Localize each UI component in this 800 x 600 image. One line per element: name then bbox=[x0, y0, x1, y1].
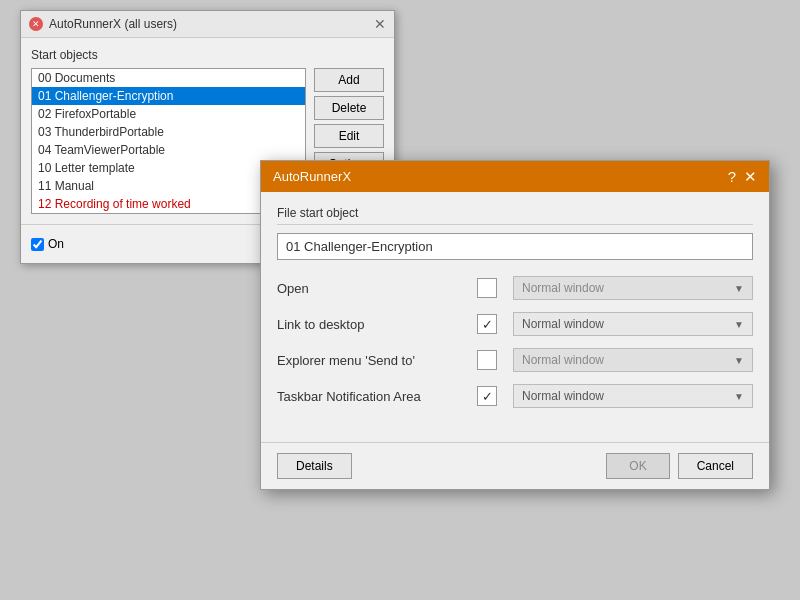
dialog-section-label: File start object bbox=[277, 206, 753, 225]
list-item[interactable]: 03 ThunderbirdPortable bbox=[32, 123, 305, 141]
option-checkbox-explorer-menu[interactable] bbox=[477, 350, 497, 370]
list-item[interactable]: 01 Challenger-Encryption bbox=[32, 87, 305, 105]
option-dropdown-open[interactable]: Normal window ▼ bbox=[513, 276, 753, 300]
dropdown-value-link-to-desktop: Normal window bbox=[522, 317, 604, 331]
ok-button[interactable]: OK bbox=[606, 453, 669, 479]
option-checkbox-open[interactable] bbox=[477, 278, 497, 298]
chevron-down-icon: ▼ bbox=[734, 391, 744, 402]
option-row-open: Open Normal window ▼ bbox=[277, 276, 753, 300]
edit-button[interactable]: Edit bbox=[314, 124, 384, 148]
option-label-open: Open bbox=[277, 281, 477, 296]
dropdown-value-explorer-menu: Normal window bbox=[522, 353, 604, 367]
dialog-actions: OK Cancel bbox=[606, 453, 753, 479]
chevron-down-icon: ▼ bbox=[734, 355, 744, 366]
main-dialog: AutoRunnerX ? ✕ File start object Open N… bbox=[260, 160, 770, 490]
bg-section-label: Start objects bbox=[31, 48, 384, 62]
bg-window-close-button[interactable]: ✕ bbox=[374, 17, 386, 31]
bg-window-title: AutoRunnerX (all users) bbox=[49, 17, 177, 31]
file-input[interactable] bbox=[277, 233, 753, 260]
list-item[interactable]: 04 TeamViewerPortable bbox=[32, 141, 305, 159]
dialog-help-button[interactable]: ? bbox=[728, 169, 736, 184]
dialog-title-buttons: ? ✕ bbox=[728, 169, 757, 184]
bg-title-bar: ✕ AutoRunnerX (all users) ✕ bbox=[21, 11, 394, 38]
dialog-bottom: Details OK Cancel bbox=[261, 442, 769, 489]
dialog-content: File start object Open Normal window ▼ L… bbox=[261, 192, 769, 442]
delete-button[interactable]: Delete bbox=[314, 96, 384, 120]
dialog-title-bar: AutoRunnerX ? ✕ bbox=[261, 161, 769, 192]
options-grid: Open Normal window ▼ Link to desktop Nor… bbox=[277, 276, 753, 408]
option-label-link-to-desktop: Link to desktop bbox=[277, 317, 477, 332]
dropdown-value-open: Normal window bbox=[522, 281, 604, 295]
option-label-explorer-menu: Explorer menu 'Send to' bbox=[277, 353, 477, 368]
on-checkbox[interactable] bbox=[31, 238, 44, 251]
add-button[interactable]: Add bbox=[314, 68, 384, 92]
option-row-explorer-menu: Explorer menu 'Send to' Normal window ▼ bbox=[277, 348, 753, 372]
option-label-taskbar: Taskbar Notification Area bbox=[277, 389, 477, 404]
cancel-button[interactable]: Cancel bbox=[678, 453, 753, 479]
dialog-close-button[interactable]: ✕ bbox=[744, 169, 757, 184]
dialog-title: AutoRunnerX bbox=[273, 169, 351, 184]
option-row-link-to-desktop: Link to desktop Normal window ▼ bbox=[277, 312, 753, 336]
chevron-down-icon: ▼ bbox=[734, 319, 744, 330]
option-checkbox-taskbar[interactable] bbox=[477, 386, 497, 406]
on-label: On bbox=[48, 237, 64, 251]
details-button[interactable]: Details bbox=[277, 453, 352, 479]
dropdown-value-taskbar: Normal window bbox=[522, 389, 604, 403]
option-checkbox-link-to-desktop[interactable] bbox=[477, 314, 497, 334]
bg-close-icon[interactable]: ✕ bbox=[29, 17, 43, 31]
list-item[interactable]: 00 Documents bbox=[32, 69, 305, 87]
option-dropdown-taskbar[interactable]: Normal window ▼ bbox=[513, 384, 753, 408]
option-dropdown-link-to-desktop[interactable]: Normal window ▼ bbox=[513, 312, 753, 336]
on-checkbox-area[interactable]: On bbox=[31, 237, 64, 251]
option-dropdown-explorer-menu[interactable]: Normal window ▼ bbox=[513, 348, 753, 372]
list-item[interactable]: 02 FirefoxPortable bbox=[32, 105, 305, 123]
chevron-down-icon: ▼ bbox=[734, 283, 744, 294]
option-row-taskbar: Taskbar Notification Area Normal window … bbox=[277, 384, 753, 408]
